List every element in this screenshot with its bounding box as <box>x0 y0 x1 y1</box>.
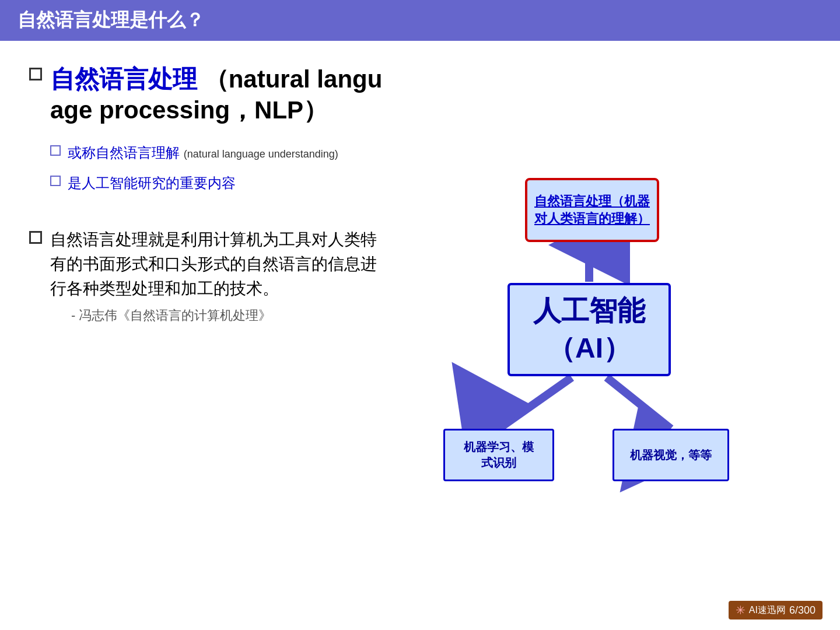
arrow-ai-to-cv <box>607 377 671 429</box>
sub-bullet-1: 或称自然语言理解 (natural language understanding… <box>50 143 391 163</box>
sub-text-1-blue: 或称自然语言理解 <box>68 145 180 160</box>
left-panel: 自然语言处理 （natural language processing，NLP）… <box>29 64 391 618</box>
sub-bullets: 或称自然语言理解 (natural language understanding… <box>50 143 391 192</box>
ml-box-label: 机器学习、模式识别 <box>464 439 534 471</box>
main-bullet-block: 自然语言处理 （natural language processing，NLP） <box>29 64 391 125</box>
main-title: 自然语言处理 （natural language processing，NLP） <box>50 64 382 125</box>
nlp-box-label: 自然语言处理（机器对人类语言的理解） <box>534 192 650 228</box>
snowflake-icon: ✳ <box>736 603 746 617</box>
diagram: 自然语言处理（机器对人类语言的理解） 人工智能（AI） 机器学习、模式识别 机器… <box>432 166 770 516</box>
definition-content: 自然语言处理就是利用计算机为工具对人类特有的书面形式和口头形式的自然语言的信息进… <box>50 228 391 324</box>
right-panel: 自然语言处理（机器对人类语言的理解） 人工智能（AI） 机器学习、模式识别 机器… <box>391 64 811 618</box>
sub-bullet-2: 是人工智能研究的重要内容 <box>50 173 391 193</box>
header-title: 自然语言处理是什么？ <box>18 8 204 33</box>
definition-text: 自然语言处理就是利用计算机为工具对人类特有的书面形式和口头形式的自然语言的信息进… <box>50 228 391 301</box>
main-title-chinese: 自然语言处理 <box>50 65 197 93</box>
main-checkbox <box>29 68 42 80</box>
slide-header: 自然语言处理是什么？ <box>0 0 840 41</box>
def-checkbox <box>29 231 42 244</box>
ml-box: 机器学习、模式识别 <box>443 429 554 481</box>
citation-text: - 冯志伟《自然语言的计算机处理》 <box>71 307 391 324</box>
ai-box: 人工智能（AI） <box>508 283 671 376</box>
footer: ✳ AI速迅网 6/300 <box>729 601 822 620</box>
cv-box-label: 机器视觉，等等 <box>630 447 712 463</box>
arrow-ai-to-ml <box>499 377 572 429</box>
sub-text-2: 是人工智能研究的重要内容 <box>68 173 236 193</box>
sub-text-1-small: (natural language understanding) <box>184 148 338 160</box>
page-number: 6/300 <box>789 604 816 617</box>
sub-text-1: 或称自然语言理解 (natural language understanding… <box>68 143 338 163</box>
sub-text-2-blue: 是人工智能研究的重要内容 <box>68 175 236 191</box>
ai-box-label: 人工智能（AI） <box>533 292 645 367</box>
cv-box: 机器视觉，等等 <box>612 429 729 481</box>
site-name: AI速迅网 <box>749 604 786 617</box>
sub-checkbox-2 <box>50 176 61 186</box>
definition-block: 自然语言处理就是利用计算机为工具对人类特有的书面形式和口头形式的自然语言的信息进… <box>29 228 391 324</box>
sub-checkbox-1 <box>50 145 61 156</box>
footer-badge: ✳ AI速迅网 6/300 <box>729 601 822 620</box>
nlp-box: 自然语言处理（机器对人类语言的理解） <box>525 178 659 242</box>
